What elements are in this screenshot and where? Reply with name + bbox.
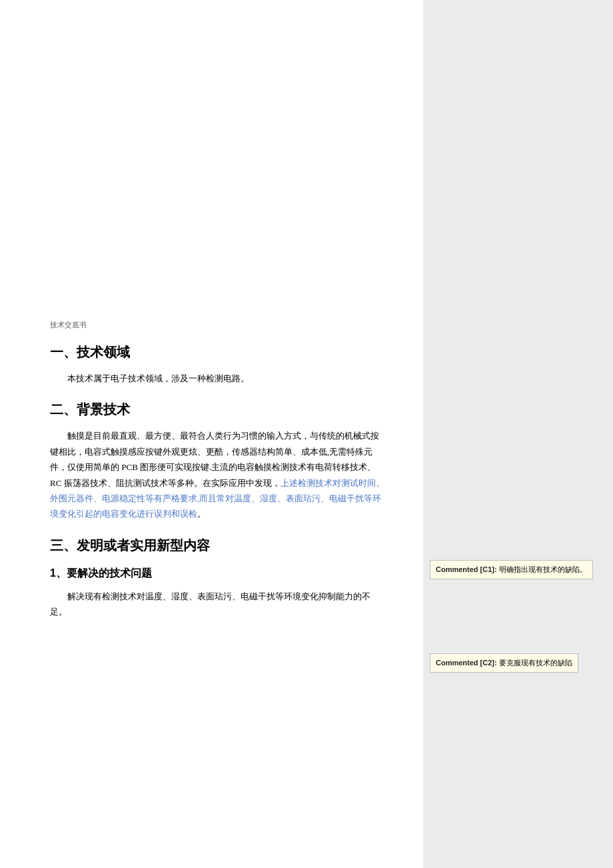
page-layout: 技术交底书 一、技术领域 本技术属于电子技术领域，涉及一种检测电路。 二、背景技… <box>0 0 613 868</box>
section2-heading: 二、背景技术 <box>50 401 386 419</box>
comment1-text: 明确指出现有技术的缺陷。 <box>499 565 587 573</box>
section2-end-text: 。 <box>197 509 206 519</box>
comment-sidebar: Commented [C1]: 明确指出现有技术的缺陷。 Commented [… <box>423 0 613 868</box>
section3-sub1-paragraph: 解决现有检测技术对温度、湿度、表面玷污、电磁干扰等环境变化抑制能力的不足。 <box>50 589 386 620</box>
section1-heading: 一、技术领域 <box>50 343 386 361</box>
comment2-id: Commented [C2]: <box>436 659 497 667</box>
comment-box-1: Commented [C1]: 明确指出现有技术的缺陷。 <box>430 560 593 579</box>
section3-sub1-heading: 1、要解决的技术问题 <box>50 567 386 581</box>
main-document: 技术交底书 一、技术领域 本技术属于电子技术领域，涉及一种检测电路。 二、背景技… <box>0 0 423 868</box>
section2-paragraph: 触摸是目前最直观、最方便、最符合人类行为习惯的输入方式，与传统的机械式按键相比，… <box>50 428 386 521</box>
comment-box-2: Commented [C2]: 要克服现有技术的缺陷 <box>430 653 578 673</box>
document-label: 技术交底书 <box>50 320 386 330</box>
section3-heading: 三、发明或者实用新型内容 <box>50 537 386 555</box>
comment1-id: Commented [C1]: <box>436 565 497 573</box>
comment2-text: 要克服现有技术的缺陷 <box>499 659 572 667</box>
section1-paragraph: 本技术属于电子技术领域，涉及一种检测电路。 <box>50 371 386 386</box>
